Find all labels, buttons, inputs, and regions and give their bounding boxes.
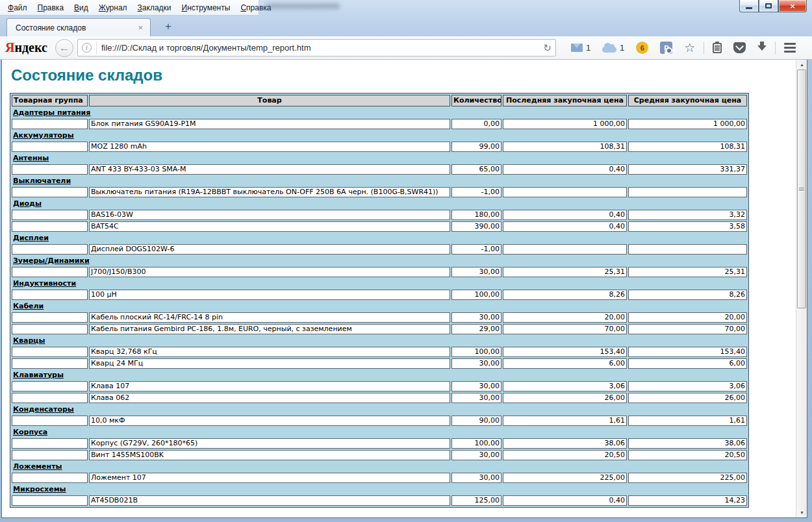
menu-bar: ФайлПравкаВидЖурналЗакладкиИнструментыСп…	[0, 0, 259, 16]
item-group-cell	[12, 473, 88, 483]
new-tab-button[interactable]: +	[160, 21, 177, 34]
item-quantity: 30,00	[451, 473, 501, 483]
minimize-button[interactable]	[739, 0, 759, 12]
cloud-count: 1	[620, 43, 624, 53]
group-row: Антенны	[12, 153, 747, 163]
item-avg-price: 3,58	[628, 221, 747, 232]
item-avg-price: 331,37	[628, 164, 747, 175]
url-bar[interactable]: i file:///D:/Склад и торговля/Документы/…	[77, 39, 556, 56]
bookmark-star-button[interactable]: ☆	[684, 42, 695, 54]
scrollbar-thumb[interactable]	[797, 69, 806, 308]
password-manager-button[interactable]: Р	[660, 42, 672, 54]
mail-button[interactable]: 1	[571, 43, 590, 53]
item-group-cell	[12, 416, 88, 426]
back-button[interactable]: ←	[55, 39, 73, 57]
url-divider	[96, 42, 97, 54]
group-name: Индуктивности	[12, 279, 747, 288]
scroll-down-button[interactable]: ▼	[796, 508, 807, 517]
maximize-button[interactable]	[759, 0, 778, 12]
item-name: 10,0 мкФ	[89, 416, 450, 426]
report-table: Товарная группаТоварКоличествоПоследняя …	[10, 93, 749, 508]
yandex-money-button[interactable]: 6	[636, 42, 648, 54]
item-last-price: 38,06	[503, 438, 627, 449]
item-group-cell	[12, 347, 88, 357]
item-quantity: 30,00	[451, 393, 501, 403]
pocket-button[interactable]	[733, 42, 746, 53]
downloads-button[interactable]	[757, 40, 767, 55]
item-group-cell	[12, 244, 88, 255]
item-quantity: 30,00	[451, 450, 501, 460]
group-row: Ложементы	[12, 462, 747, 471]
close-button[interactable]: ×	[778, 0, 807, 12]
group-name: Адаптеры питания	[12, 108, 747, 118]
item-quantity: 30,00	[451, 312, 501, 323]
menu-hamburger-button[interactable]	[784, 43, 796, 53]
item-last-price: 0,40	[503, 495, 627, 506]
back-icon: ←	[59, 42, 70, 54]
close-icon: ×	[790, 2, 795, 10]
coin-icon: 6	[636, 42, 648, 54]
reload-button[interactable]: ↻	[539, 43, 552, 53]
item-avg-price: 153,40	[628, 347, 747, 357]
column-header-1: Товар	[89, 95, 450, 106]
menu-bookmarks[interactable]: Закладки	[133, 1, 177, 14]
item-name: BAT54C	[89, 221, 450, 232]
item-avg-price: 3,06	[628, 381, 747, 392]
item-avg-price: 8,26	[628, 290, 747, 300]
report-page: Состояние складов Товарная группаТоварКо…	[2, 60, 796, 517]
item-row: Клава 06230,0026,0026,00	[12, 393, 747, 403]
column-header-3: Последняя закупочная цена	[503, 95, 627, 106]
item-quantity: 90,00	[451, 416, 501, 426]
menu-tools[interactable]: Инструменты	[177, 1, 236, 14]
vertical-scrollbar[interactable]: ▲ ▼	[796, 60, 807, 517]
tab-bar: Состояние складов × +	[0, 18, 812, 36]
item-last-price: 108,31	[503, 142, 627, 152]
cloud-icon	[602, 47, 616, 53]
menu-view[interactable]: Вид	[69, 1, 94, 14]
item-name: Клава 062	[89, 393, 450, 403]
tab-warehouse-report[interactable]: Состояние складов ×	[6, 18, 151, 36]
menu-history[interactable]: Журнал	[94, 1, 133, 14]
reading-list-button[interactable]	[713, 43, 722, 53]
group-name: Антенны	[12, 153, 747, 163]
item-row: Корпус (G729V, 260*180*65)100,0038,0638,…	[12, 438, 747, 449]
item-avg-price: 1,61	[628, 416, 747, 426]
item-group-cell	[12, 164, 88, 175]
cloud-sync-button[interactable]: 1	[602, 43, 624, 53]
item-avg-price	[628, 244, 747, 255]
tab-title: Состояние складов	[16, 23, 136, 32]
item-quantity: -1,00	[451, 244, 501, 255]
item-name: ANT 433 BY-433-03 SMA-M	[89, 164, 450, 175]
item-row: 10,0 мкФ90,001,611,61	[12, 416, 747, 426]
browser-window: { "browser": { "menu": ["Файл", "Правка"…	[0, 0, 812, 522]
item-name: Клава 107	[89, 381, 450, 392]
item-group-cell	[12, 267, 88, 277]
item-group-cell	[12, 119, 88, 129]
scroll-up-button[interactable]: ▲	[796, 60, 807, 69]
group-row: Зумеры/Динамики	[12, 256, 747, 266]
item-avg-price: 26,00	[628, 393, 747, 403]
column-header-2: Количество	[451, 95, 501, 106]
item-quantity: 100,00	[451, 290, 501, 300]
tab-close-icon[interactable]: ×	[136, 23, 145, 32]
toolbar-icons: 1 1 6 Р ☆	[565, 40, 802, 55]
item-group-cell	[12, 393, 88, 403]
item-quantity: 30,00	[451, 358, 501, 369]
item-row: Блок питания GS90A19-P1M0,001 000,001 00…	[12, 119, 747, 129]
item-group-cell	[12, 142, 88, 152]
page-info-icon[interactable]: i	[82, 43, 92, 53]
item-name: AT45DB021B	[89, 495, 450, 506]
maximize-icon	[765, 3, 772, 8]
item-quantity: 30,00	[451, 381, 501, 392]
group-name: Выключатели	[12, 176, 747, 186]
item-quantity: 30,00	[451, 267, 501, 277]
item-avg-price: 1 000,00	[628, 119, 747, 129]
item-group-cell	[12, 312, 88, 323]
item-row: ANT 433 BY-433-03 SMA-M65,000,40331,37	[12, 164, 747, 175]
item-last-price: 20,50	[503, 450, 627, 460]
item-last-price	[503, 187, 627, 197]
menu-file[interactable]: Файл	[3, 1, 32, 14]
url-text[interactable]: file:///D:/Склад и торговля/Документы/te…	[101, 43, 539, 53]
item-name: BAS16-03W	[89, 210, 450, 220]
menu-edit[interactable]: Правка	[32, 1, 70, 14]
